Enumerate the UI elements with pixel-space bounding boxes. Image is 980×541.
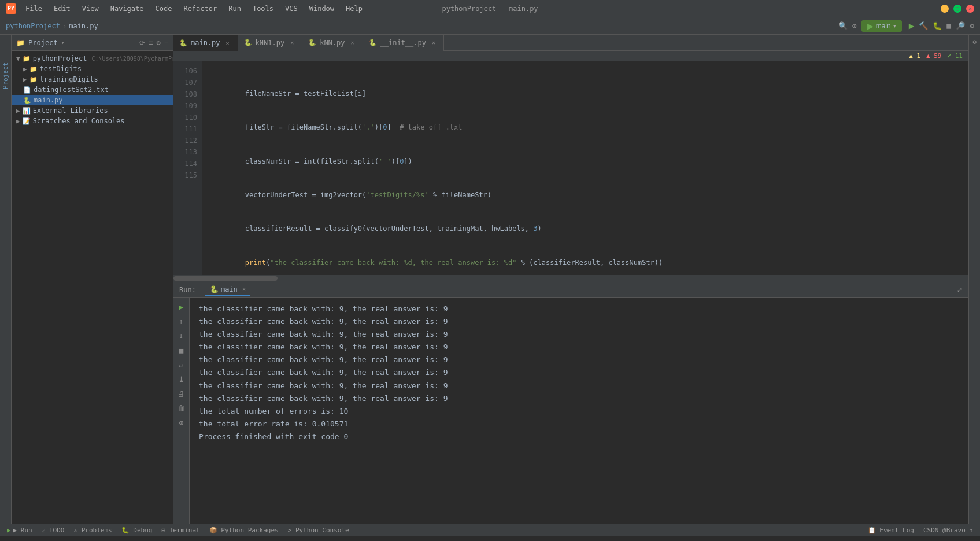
editor-scrollbar[interactable] bbox=[173, 275, 968, 281]
todo-label: ☑ TODO bbox=[42, 527, 65, 534]
code-token: '.' bbox=[362, 122, 375, 133]
code-token: 0 bbox=[400, 156, 404, 167]
menu-edit[interactable]: Edit bbox=[49, 3, 75, 14]
close-button[interactable]: ✕ bbox=[966, 5, 974, 13]
project-header-right: ⟳ ≡ ⚙ − bbox=[139, 39, 168, 47]
stop-button[interactable]: ■ bbox=[175, 344, 188, 356]
warning-count: ▲ 1 bbox=[909, 52, 920, 60]
print-button[interactable]: 🖨 bbox=[175, 387, 188, 400]
tab-init-py[interactable]: 🐍 __init__.py ✕ bbox=[363, 35, 444, 51]
event-log-label: 📋 Event Log bbox=[868, 527, 914, 534]
menu-tools[interactable]: Tools bbox=[248, 3, 278, 14]
run-status-label: ▶ Run bbox=[13, 527, 32, 534]
soft-wrap-button[interactable]: ↵ bbox=[175, 358, 188, 371]
code-token: fileStr = fileNameStr.split( bbox=[212, 122, 362, 133]
sync-icon[interactable]: ⟳ bbox=[139, 39, 145, 47]
tree-item-testdigits[interactable]: ▶ 📁 testDigits bbox=[12, 64, 173, 74]
event-log-status-item[interactable]: 📋 Event Log bbox=[866, 527, 916, 534]
code-token: classNumStr = int(fileStr.split( bbox=[212, 156, 379, 167]
run-status-item[interactable]: ▶ ▶ Run bbox=[5, 527, 35, 534]
run-output[interactable]: the classifier came back with: 9, the re… bbox=[190, 298, 968, 524]
run-label: Run: bbox=[179, 286, 196, 294]
tab-close-button[interactable]: ✕ bbox=[288, 39, 296, 47]
output-line: the total number of errors is: 10 bbox=[199, 405, 959, 418]
run-tab-icon: 🐍 bbox=[210, 285, 219, 293]
scroll-down-button[interactable]: ↓ bbox=[175, 329, 188, 342]
menu-file[interactable]: File bbox=[21, 3, 47, 14]
tab-main-py[interactable]: 🐍 main.py ✕ bbox=[173, 35, 238, 51]
tree-item-label: External Libraries bbox=[33, 106, 108, 115]
tab-close-button[interactable]: ✕ bbox=[349, 39, 357, 47]
code-content[interactable]: fileNameStr = testFileList[i] fileStr = … bbox=[202, 61, 968, 275]
stop-icon[interactable]: ■ bbox=[946, 21, 951, 30]
code-editor[interactable]: 106 107 108 109 110 111 112 113 114 115 … bbox=[173, 61, 968, 275]
right-strip-icon[interactable]: ⚙ bbox=[970, 37, 979, 46]
problems-status-item[interactable]: ⚠ Problems bbox=[72, 527, 114, 534]
code-token: 'testDigits/%s' bbox=[366, 190, 428, 201]
tree-item-dating[interactable]: 📄 datingTestSet2.txt bbox=[12, 84, 173, 95]
scroll-up-button[interactable]: ↑ bbox=[175, 315, 188, 327]
tree-item-mainpy[interactable]: 🐍 main.py bbox=[12, 95, 173, 105]
tab-close-button[interactable]: ✕ bbox=[224, 39, 232, 47]
tab-close-button[interactable]: ✕ bbox=[430, 39, 438, 47]
collapse-arrow-icon: ▼ bbox=[16, 55, 20, 62]
project-tab-label[interactable]: Project bbox=[1, 58, 10, 94]
tab-knn-py[interactable]: 🐍 kNN.py ✕ bbox=[302, 35, 363, 51]
menu-run[interactable]: Run bbox=[224, 3, 246, 14]
line-num-115: 115 bbox=[173, 170, 202, 182]
run-button[interactable]: ▶ main ▾ bbox=[861, 20, 902, 32]
collapse-icon[interactable]: ≡ bbox=[149, 39, 153, 47]
settings-icon[interactable]: ⚙ bbox=[852, 21, 857, 30]
menu-help[interactable]: Help bbox=[341, 3, 367, 14]
search-icon[interactable]: 🔍 bbox=[838, 21, 848, 30]
editor-scrollbar-thumb[interactable] bbox=[173, 276, 278, 281]
menu-window[interactable]: Window bbox=[305, 3, 339, 14]
tree-root[interactable]: ▼ 📁 pythonProject C:\Users\28098\Pycharm… bbox=[12, 53, 173, 64]
breadcrumb-project[interactable]: pythonProject bbox=[6, 22, 60, 30]
python-console-status-item[interactable]: > Python Console bbox=[286, 527, 352, 534]
run-panel-right: ⤢ bbox=[957, 286, 963, 294]
settings2-icon[interactable]: ⚙ bbox=[970, 21, 974, 30]
tab-label: __init__.py bbox=[380, 39, 426, 47]
run-tab-main[interactable]: 🐍 main ✕ bbox=[205, 284, 251, 296]
terminal-status-item[interactable]: ⊟ Terminal bbox=[159, 527, 202, 534]
line-num-109: 109 bbox=[173, 101, 202, 112]
line-num-112: 112 bbox=[173, 135, 202, 147]
run-tab-close[interactable]: ✕ bbox=[242, 285, 246, 293]
scroll-end-button[interactable]: ⤓ bbox=[175, 373, 188, 385]
tree-item-external[interactable]: ▶ 📊 External Libraries bbox=[12, 105, 173, 116]
run-again-button[interactable]: ▶ bbox=[175, 300, 188, 313]
run-config-label: main bbox=[876, 22, 891, 30]
clear-button[interactable]: 🗑 bbox=[175, 402, 188, 414]
tree-item-scratches[interactable]: ▶ 📝 Scratches and Consoles bbox=[12, 116, 173, 126]
tab-knn1-py[interactable]: 🐍 kNN1.py ✕ bbox=[238, 35, 303, 51]
code-token: )[ bbox=[375, 122, 383, 133]
status-right: 📋 Event Log CSDN @Bravo ↑ bbox=[866, 527, 975, 534]
problems-label: ⚠ Problems bbox=[74, 527, 112, 534]
menu-vcs[interactable]: VCS bbox=[280, 3, 302, 14]
output-line: the classifier came back with: 9, the re… bbox=[199, 341, 959, 354]
build-icon[interactable]: 🔨 bbox=[919, 21, 928, 30]
menu-code[interactable]: Code bbox=[151, 3, 177, 14]
settings-icon[interactable]: ⚙ bbox=[157, 39, 161, 47]
search2-icon[interactable]: 🔎 bbox=[956, 21, 965, 30]
tab-label: main.py bbox=[191, 39, 220, 47]
debug-status-item[interactable]: 🐛 Debug bbox=[119, 527, 155, 534]
tree-item-trainingdigits[interactable]: ▶ 📁 trainingDigits bbox=[12, 74, 173, 84]
menu-navigate[interactable]: Navigate bbox=[106, 3, 149, 14]
debug-icon[interactable]: 🐛 bbox=[933, 21, 942, 30]
python-packages-status-item[interactable]: 📦 Python Packages bbox=[207, 527, 281, 534]
project-dropdown-icon[interactable]: ▾ bbox=[61, 39, 65, 46]
project-tree: ▼ 📁 pythonProject C:\Users\28098\Pycharm… bbox=[12, 51, 173, 524]
maximize-button[interactable]: □ bbox=[953, 5, 961, 13]
output-line: the classifier came back with: 9, the re… bbox=[199, 366, 959, 379]
minimize-panel-icon[interactable]: − bbox=[164, 39, 168, 47]
run-play-icon[interactable]: ▶ bbox=[909, 20, 915, 31]
menu-view[interactable]: View bbox=[77, 3, 103, 14]
menu-refactor[interactable]: Refactor bbox=[179, 3, 221, 14]
expand-panel-icon[interactable]: ⤢ bbox=[957, 286, 963, 294]
scratches-icon: 📝 bbox=[23, 117, 31, 125]
minimize-button[interactable]: — bbox=[941, 5, 949, 13]
todo-status-item[interactable]: ☑ TODO bbox=[39, 527, 67, 534]
settings-button[interactable]: ⚙ bbox=[175, 416, 188, 429]
